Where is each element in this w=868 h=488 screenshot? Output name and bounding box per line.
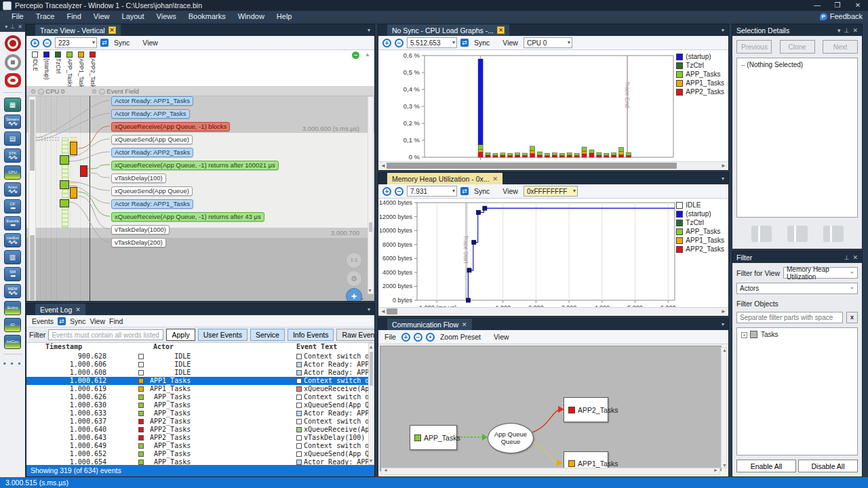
scroll-left-icon[interactable]: ◄: [380, 308, 386, 316]
user-events-button[interactable]: User Events: [198, 329, 248, 341]
clone-button[interactable]: Clone: [780, 40, 815, 54]
sync-button[interactable]: Sync: [472, 39, 492, 47]
menu-layout[interactable]: Layout: [116, 12, 151, 20]
feedback-button[interactable]: P Feedback: [820, 11, 863, 22]
sync-button[interactable]: Sync: [472, 187, 492, 195]
sync-button[interactable]: Sync: [112, 39, 132, 47]
filter-category-combo[interactable]: Actors: [736, 283, 858, 294]
scrollbar-thumb[interactable]: [30, 100, 35, 171]
app-tasks-block[interactable]: [60, 155, 69, 165]
tab-close-icon[interactable]: ✕: [497, 26, 505, 34]
clear-filter-button[interactable]: x: [846, 312, 858, 323]
menu-bookmarks[interactable]: Bookmarks: [182, 12, 232, 20]
tab-event-log[interactable]: Event Log ✕: [35, 304, 85, 315]
scroll-up-icon[interactable]: ▲: [370, 344, 372, 350]
zoom-level-combo[interactable]: 223: [55, 37, 97, 48]
memory-chart-icon[interactable]: MEM∿∿: [4, 284, 21, 298]
filter-view-combo[interactable]: Memory Heap Utilization: [783, 267, 858, 279]
scroll-left-icon[interactable]: ◄: [383, 468, 388, 472]
timestamp-column-header[interactable]: Timestamp: [45, 343, 82, 350]
scrollbar-thumb[interactable]: [369, 222, 372, 232]
heap-address-combo[interactable]: 0xFFFFFFFF: [524, 186, 578, 197]
event-log-menu-find[interactable]: Find: [109, 317, 123, 325]
event-label[interactable]: xQueueReceive(App Queue, -1) returns aft…: [111, 212, 264, 222]
event-label[interactable]: xQueueReceive(App Queue, -1) returns aft…: [111, 161, 279, 170]
event-label[interactable]: vTaskDelay(100): [111, 174, 166, 183]
dropdown-caret-icon[interactable]: ▾: [837, 27, 841, 34]
table-row[interactable]: 1.000.626 APP_TasksContext switch on CPU…: [26, 393, 374, 401]
event-label[interactable]: Actor Ready: APP1_Tasks: [111, 199, 193, 209]
intervals-icon[interactable]: [751, 226, 772, 242]
canvas-tool-button[interactable]: 1:1: [346, 252, 362, 268]
event-label[interactable]: vTaskDelay(1000): [111, 225, 170, 235]
scroll-right-icon[interactable]: ►: [721, 162, 726, 170]
table-row[interactable]: 1.000.652 APP_TasksxQueueSend(App Queue): [26, 450, 374, 458]
apply-button[interactable]: Apply: [166, 329, 195, 341]
disable-all-button[interactable]: Disable All: [798, 460, 858, 472]
table-row[interactable]: 1.000.612 APP1_TasksContext switch on CP…: [26, 377, 374, 385]
event-label[interactable]: vTaskDelay(200): [111, 238, 166, 247]
pin-icon[interactable]: ⊥: [844, 27, 850, 34]
event-label[interactable]: xQueueSend(App Queue): [111, 186, 193, 196]
close-icon[interactable]: ✕: [852, 254, 858, 261]
scrollbar-thumb[interactable]: [387, 308, 397, 314]
tab-memory-heap[interactable]: Memory Heap Utilization - 0x... ✕: [387, 173, 502, 184]
table-row[interactable]: 1.000.637 APP2_TasksContext switch on CP…: [26, 418, 374, 426]
zoom-in-icon[interactable]: +: [31, 39, 39, 47]
service-button[interactable]: Service: [250, 329, 285, 341]
table-row[interactable]: 1.000.606 IDLEActor Ready: APP1_Tasks: [26, 361, 374, 369]
view-menu[interactable]: View: [492, 333, 511, 341]
zoom-in-icon[interactable]: +: [382, 187, 391, 196]
memory-heap-hscrollbar[interactable]: ◄ ►: [378, 307, 728, 316]
panel-menu-caret-icon[interactable]: ▾: [722, 176, 724, 182]
zoom-preset-icon[interactable]: •: [426, 333, 435, 342]
event-log-vscrollbar[interactable]: ▲▼: [368, 343, 374, 465]
filter-objects-input[interactable]: [736, 312, 843, 323]
view-menu[interactable]: View: [500, 39, 520, 47]
vertical-trace-icon[interactable]: ▥: [4, 250, 21, 264]
zoom-out-icon[interactable]: −: [395, 39, 403, 47]
menu-trace[interactable]: Trace: [30, 12, 61, 20]
table-row[interactable]: 1.000.643 APP2_TasksvTaskDelay(100): [26, 434, 374, 442]
scroll-right-icon[interactable]: ►: [713, 468, 718, 472]
pin-icon[interactable]: ⊥: [844, 254, 850, 261]
open-view-icon[interactable]: [823, 226, 844, 242]
scroll-right-icon[interactable]: ►: [721, 308, 726, 316]
stop-icon[interactable]: [5, 54, 21, 70]
scroll-left-icon[interactable]: ◄: [380, 162, 386, 170]
cpu-select-combo[interactable]: CPU 0: [524, 37, 572, 48]
horizontal-trace-icon[interactable]: ▤: [4, 131, 21, 146]
event-filter-input[interactable]: [48, 329, 163, 340]
collapse-column-icon[interactable]: –: [99, 89, 105, 95]
panel-menu-caret-icon[interactable]: ▾: [368, 27, 370, 33]
table-row[interactable]: 1.000.630 APP_TasksxQueueSend(App Queue): [26, 401, 374, 409]
event-field-column-header[interactable]: ⚙ – Event Field: [92, 87, 139, 95]
interrupt-coverage-icon[interactable]: IntCov: [4, 335, 21, 349]
menu-views[interactable]: Views: [151, 12, 182, 20]
tab-close-icon[interactable]: ✕: [75, 306, 81, 313]
zoom-out-icon[interactable]: −: [395, 187, 403, 196]
table-row[interactable]: 1.000.654 APP_TasksActor Ready: APP1_Tas…: [26, 458, 374, 465]
more-views-icon[interactable]: • • •: [3, 359, 22, 367]
view-menu[interactable]: View: [500, 187, 520, 195]
event-log-icon[interactable]: Events▪▪▪: [4, 216, 21, 230]
panel-menu-caret-icon[interactable]: ▾: [368, 306, 370, 312]
trace-view-canvas[interactable]: Actor Ready: APP1_TasksActor Ready: APP_…: [26, 96, 374, 301]
table-row[interactable]: 1.000.608 IDLEActor Ready: APP_Tasks: [26, 369, 374, 377]
maximize-button[interactable]: ❐: [827, 0, 848, 11]
app-tasks-block[interactable]: [60, 199, 69, 207]
menu-view[interactable]: View: [87, 12, 116, 20]
info-events-button[interactable]: Info Events: [288, 329, 334, 341]
tab-cpu-load[interactable]: No Sync - CPU Load Graphs -... ✕: [387, 24, 509, 36]
actor-column-header[interactable]: Actor: [153, 343, 174, 350]
tab-trace-view[interactable]: Trace View - Vertical ✕: [35, 24, 121, 36]
app2-tasks-block[interactable]: [80, 165, 87, 177]
panel-menu-caret-icon[interactable]: ▾: [722, 27, 724, 33]
cpu-load-icon[interactable]: CPU: [4, 165, 21, 180]
app1-tasks-block[interactable]: [70, 142, 77, 155]
scrollbar-thumb[interactable]: [370, 352, 373, 386]
memory-heap-chart[interactable]: -1.000 (ms.µs)1.0002.0003.0004.0005.0006…: [378, 199, 728, 307]
minimize-button[interactable]: —: [807, 0, 827, 11]
event-log-menu-sync[interactable]: Sync: [70, 317, 85, 325]
event-log-table[interactable]: TimestampActorEvent Text900.628 IDLECont…: [26, 343, 374, 465]
